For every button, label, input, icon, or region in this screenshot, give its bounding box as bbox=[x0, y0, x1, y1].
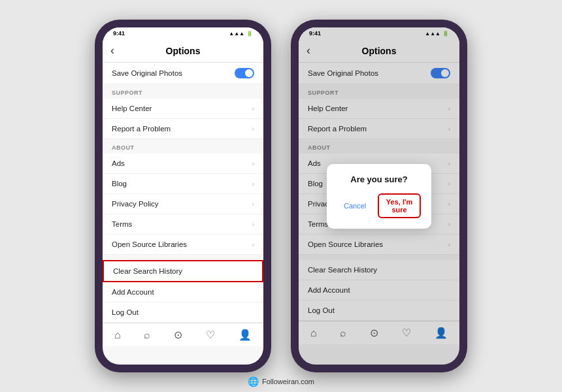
menu-item-opensource-1[interactable]: Open Source Libraries › bbox=[103, 235, 263, 255]
menu-item-blog-1[interactable]: Blog › bbox=[103, 174, 263, 194]
chevron-icon: › bbox=[252, 105, 254, 112]
toggle-switch-1[interactable] bbox=[235, 68, 254, 78]
chevron-icon: › bbox=[252, 180, 254, 188]
menu-item-label: Add Account bbox=[112, 288, 154, 296]
phone-2: 9:41 ▲▲▲ 🔋 ‹ Options Save Original Photo… bbox=[291, 20, 467, 372]
menu-item-logout-1[interactable]: Log Out bbox=[103, 302, 263, 323]
toggle-row-1: Save Original Photos bbox=[103, 63, 263, 84]
menu-item-label: Ads bbox=[112, 159, 125, 167]
heart-icon[interactable]: ♡ bbox=[206, 329, 215, 341]
menu-item-help-center-1[interactable]: Help Center › bbox=[103, 99, 263, 119]
menu-item-label: Log Out bbox=[112, 308, 139, 316]
screenshot-container: 9:41 ▲▲▲ 🔋 ‹ Options Save Original Photo… bbox=[0, 0, 562, 392]
menu-item-label: Help Center bbox=[112, 105, 152, 112]
chevron-icon: › bbox=[252, 201, 254, 208]
clear-search-history-1[interactable]: Clear Search History bbox=[103, 260, 263, 282]
menu-item-label: Blog bbox=[112, 180, 127, 188]
camera-icon[interactable]: ⊙ bbox=[174, 329, 182, 341]
back-button-1[interactable]: ‹ bbox=[110, 44, 114, 57]
dialog-title: Are you sure? bbox=[337, 174, 421, 184]
menu-item-terms-1[interactable]: Terms › bbox=[103, 214, 263, 235]
chevron-icon: › bbox=[252, 221, 254, 228]
phone-1: 9:41 ▲▲▲ 🔋 ‹ Options Save Original Photo… bbox=[95, 20, 271, 372]
nav-header-1: ‹ Options bbox=[103, 39, 263, 63]
menu-item-report-problem-1[interactable]: Report a Problem › bbox=[103, 119, 263, 139]
watermark: 🌐 Followeiran.com bbox=[248, 376, 314, 387]
dialog-box: Are you sure? Cancel Yes, I'm sure bbox=[327, 164, 431, 229]
spacer-1 bbox=[103, 255, 263, 260]
menu-item-label: Clear Search History bbox=[113, 267, 182, 275]
globe-icon: 🌐 bbox=[248, 376, 259, 387]
section-support-1: SUPPORT bbox=[103, 84, 263, 99]
dialog-overlay: Are you sure? Cancel Yes, I'm sure bbox=[299, 27, 459, 365]
dialog-buttons: Cancel Yes, I'm sure bbox=[337, 193, 421, 218]
bottom-nav-1: ⌂ ⌕ ⊙ ♡ 👤 bbox=[103, 323, 263, 346]
search-icon[interactable]: ⌕ bbox=[144, 329, 150, 341]
menu-item-label: Privacy Policy bbox=[112, 200, 159, 208]
status-icons-1: ▲▲▲ 🔋 bbox=[229, 31, 253, 37]
cancel-button[interactable]: Cancel bbox=[337, 193, 372, 218]
menu-item-label: Terms bbox=[112, 220, 132, 228]
home-icon[interactable]: ⌂ bbox=[114, 329, 121, 341]
confirm-button[interactable]: Yes, I'm sure bbox=[378, 193, 421, 218]
chevron-icon: › bbox=[252, 160, 254, 167]
menu-item-label: Open Source Libraries bbox=[112, 240, 187, 248]
phone-2-screen: 9:41 ▲▲▲ 🔋 ‹ Options Save Original Photo… bbox=[299, 27, 459, 365]
menu-item-label: Report a Problem bbox=[112, 125, 171, 133]
nav-title-1: Options bbox=[166, 46, 201, 56]
menu-item-add-account-1[interactable]: Add Account bbox=[103, 282, 263, 302]
phone-1-screen: 9:41 ▲▲▲ 🔋 ‹ Options Save Original Photo… bbox=[103, 27, 263, 365]
section-about-1: ABOUT bbox=[103, 139, 263, 154]
menu-item-ads-1[interactable]: Ads › bbox=[103, 154, 263, 174]
watermark-text: Followeiran.com bbox=[262, 378, 314, 385]
chevron-icon: › bbox=[252, 125, 254, 133]
status-bar-1: 9:41 ▲▲▲ 🔋 bbox=[103, 27, 263, 39]
chevron-icon: › bbox=[252, 241, 254, 248]
time-1: 9:41 bbox=[113, 30, 125, 37]
toggle-label-1: Save Original Photos bbox=[112, 69, 182, 77]
profile-icon[interactable]: 👤 bbox=[239, 329, 252, 341]
menu-item-privacy-1[interactable]: Privacy Policy › bbox=[103, 194, 263, 214]
